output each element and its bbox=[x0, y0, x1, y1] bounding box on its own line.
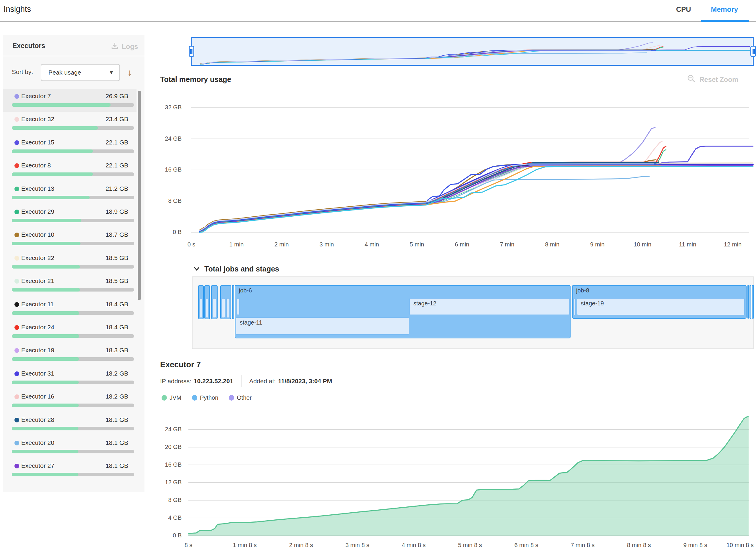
executor-row[interactable]: Executor 3118.2 GB bbox=[3, 367, 137, 389]
brush-handle-left[interactable] bbox=[189, 46, 194, 57]
stage-bar[interactable] bbox=[199, 298, 203, 318]
brush-series bbox=[200, 50, 654, 64]
legend-dot bbox=[192, 395, 197, 401]
executor-usage-bar-fill bbox=[12, 404, 79, 407]
executor-row[interactable]: Executor 1018.7 GB bbox=[3, 228, 137, 250]
executor-name: Executor 22 bbox=[21, 254, 54, 261]
executor-row[interactable]: Executor 2418.4 GB bbox=[3, 320, 137, 343]
executor-usage-bar bbox=[12, 311, 134, 315]
executor-peak-value: 21.2 GB bbox=[105, 185, 128, 192]
x-tick-label: 6 min bbox=[455, 241, 469, 248]
brush-series bbox=[200, 50, 656, 64]
meta-divider bbox=[241, 375, 241, 387]
reset-zoom-label: Reset Zoom bbox=[699, 76, 738, 84]
executor-row[interactable]: Executor 2018.1 GB bbox=[3, 436, 137, 458]
executor-row[interactable]: Executor 1618.2 GB bbox=[3, 389, 137, 412]
executor-name: Executor 32 bbox=[21, 115, 54, 123]
job-bar[interactable] bbox=[232, 285, 234, 319]
executor-name: Executor 28 bbox=[21, 416, 54, 423]
x-tick-label: 5 min bbox=[410, 241, 424, 248]
memory-series-executor-20 bbox=[200, 165, 659, 231]
executor-usage-bar bbox=[12, 473, 134, 476]
executor-row[interactable]: Executor 3223.4 GB bbox=[3, 112, 137, 135]
legend-label: Other bbox=[237, 394, 251, 401]
executor-name: Executor 8 bbox=[21, 162, 51, 169]
stage-bar-stage-19[interactable]: stage-19 bbox=[577, 298, 745, 315]
active-tab-underline bbox=[701, 20, 749, 22]
brush-series bbox=[200, 51, 750, 64]
memory-series-executor-18 bbox=[200, 166, 753, 232]
executor-row[interactable]: Executor 822.1 GB bbox=[3, 158, 137, 181]
executor-peak-value: 18.9 GB bbox=[105, 208, 128, 215]
job-bar[interactable] bbox=[747, 285, 749, 319]
scrollbar-thumb[interactable] bbox=[138, 91, 141, 300]
executor-name: Executor 31 bbox=[21, 370, 54, 377]
memory-type-legend: JVMPythonOther bbox=[162, 394, 251, 401]
stage-bar[interactable] bbox=[226, 298, 230, 318]
x-tick-label: 3 min bbox=[320, 241, 334, 248]
job-bar[interactable] bbox=[750, 285, 751, 319]
y-tick-label: 12 GB bbox=[158, 479, 181, 486]
executor7-memory-chart bbox=[177, 413, 756, 537]
jobs-section-title: Total jobs and stages bbox=[204, 265, 279, 273]
stage-bar[interactable] bbox=[206, 298, 209, 318]
executor-usage-bar-fill bbox=[12, 357, 79, 361]
stage-bar-stage-11[interactable]: stage-11 bbox=[236, 317, 409, 335]
executor-row[interactable]: Executor 1321.2 GB bbox=[3, 181, 137, 204]
executor-peak-value: 18.5 GB bbox=[105, 254, 128, 261]
y-tick-label: 4 GB bbox=[158, 515, 181, 521]
brush-handle-right[interactable] bbox=[750, 46, 756, 57]
stage-bar[interactable] bbox=[221, 298, 225, 318]
executor-row[interactable]: Executor 2718.1 GB bbox=[3, 459, 137, 481]
executor-usage-bar-fill bbox=[12, 126, 98, 130]
executor-name: Executor 29 bbox=[21, 208, 54, 215]
executor-name: Executor 20 bbox=[21, 439, 54, 446]
jobs-section-toggle[interactable]: Total jobs and stages bbox=[193, 265, 279, 273]
executor-row[interactable]: Executor 2918.9 GB bbox=[3, 205, 137, 227]
job-bar[interactable] bbox=[752, 285, 754, 319]
memory-series-executor-15 bbox=[200, 146, 753, 232]
memory-series-executor-29 bbox=[200, 164, 657, 232]
executor-color-dot bbox=[14, 372, 19, 376]
header-divider bbox=[0, 21, 756, 22]
brush-series bbox=[200, 50, 651, 64]
executor-color-dot bbox=[14, 163, 19, 168]
executor-peak-value: 18.4 GB bbox=[105, 301, 128, 308]
executor-color-dot bbox=[14, 94, 19, 99]
executor-row[interactable]: Executor 2218.5 GB bbox=[3, 251, 137, 273]
executor-name: Executor 10 bbox=[21, 231, 54, 238]
y-tick-label: 24 GB bbox=[158, 135, 181, 142]
executor-color-dot bbox=[14, 210, 19, 214]
stage-bar[interactable] bbox=[573, 298, 576, 315]
executor-row[interactable]: Executor 2118.5 GB bbox=[3, 274, 137, 297]
executor-peak-value: 18.1 GB bbox=[105, 462, 128, 469]
tab-memory[interactable]: Memory bbox=[711, 5, 738, 14]
executor-usage-bar bbox=[12, 334, 134, 338]
executor-row[interactable]: Executor 2818.1 GB bbox=[3, 413, 137, 436]
zoom-brush-chart[interactable] bbox=[191, 37, 754, 66]
x-tick-label: 2 min 8 s bbox=[289, 542, 313, 549]
executor-name: Executor 24 bbox=[21, 324, 54, 331]
x-tick-label: 5 min 8 s bbox=[458, 542, 482, 549]
brush-series bbox=[200, 50, 656, 64]
stage-bar-stage-12[interactable]: stage-12 bbox=[409, 298, 570, 315]
executor-row[interactable]: Executor 1118.4 GB bbox=[3, 297, 137, 320]
executor-row[interactable]: Executor 1918.3 GB bbox=[3, 343, 137, 366]
executor-name: Executor 13 bbox=[21, 185, 54, 192]
y-tick-label: 8 GB bbox=[158, 497, 181, 503]
executor-peak-value: 18.7 GB bbox=[105, 231, 128, 238]
stage-bar[interactable] bbox=[212, 298, 216, 318]
executor-color-dot bbox=[14, 348, 19, 353]
legend-label: JVM bbox=[169, 394, 181, 401]
executor-row[interactable]: Executor 726.9 GB bbox=[3, 89, 137, 112]
executor-color-dot bbox=[14, 441, 19, 446]
tab-cpu[interactable]: CPU bbox=[676, 5, 691, 14]
executor-color-dot bbox=[14, 418, 19, 422]
executor-row[interactable]: Executor 1522.1 GB bbox=[3, 135, 137, 158]
executor-usage-bar-fill bbox=[12, 196, 90, 199]
executor-peak-value: 18.4 GB bbox=[105, 324, 128, 331]
stage-bar[interactable] bbox=[236, 298, 240, 315]
executor-color-dot bbox=[14, 394, 19, 399]
executor-peak-value: 22.1 GB bbox=[105, 139, 128, 146]
reset-zoom-button[interactable]: Reset Zoom bbox=[687, 74, 738, 85]
